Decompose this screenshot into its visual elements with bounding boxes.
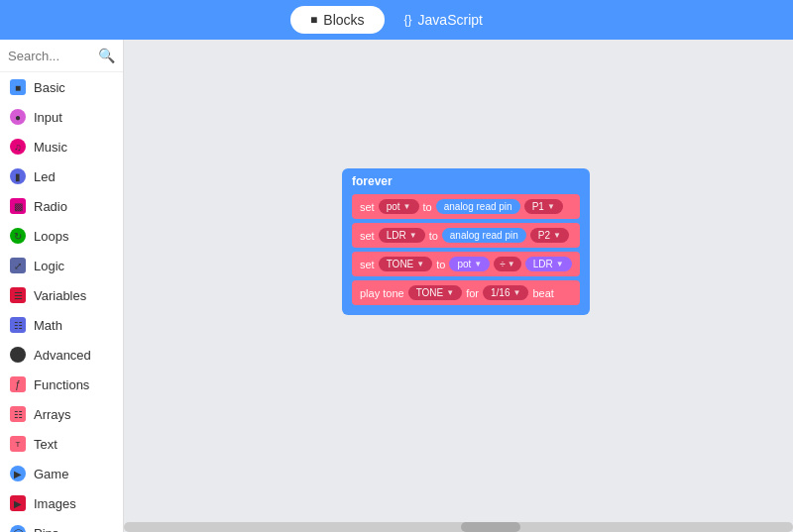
sidebar-label-arrays: Arrays [34,407,71,422]
sidebar: 🔍 ■ Basic ● Input ♫ Music ▮ Led ▩ Radio [0,40,124,532]
row3-operator[interactable]: ÷ ▼ [494,257,520,271]
sidebar-label-variables: Variables [34,288,86,303]
radio-icon: ▩ [10,198,26,214]
basic-icon: ■ [10,79,26,95]
math-icon: ☷ [10,317,26,333]
game-icon: ▶ [10,466,26,481]
sidebar-item-text[interactable]: T Text [0,429,123,459]
sidebar-label-text: Text [34,437,57,452]
row3-to: to [436,259,445,270]
sidebar-label-advanced: Advanced [34,348,91,363]
forever-block: forever set pot ▼ to analog read pin P1 … [342,168,590,315]
music-icon: ♫ [10,139,26,155]
functions-icon: ƒ [10,376,26,392]
canvas-scrollbar[interactable] [124,522,793,532]
search-icon[interactable]: 🔍 [98,48,115,63]
sidebar-label-music: Music [34,140,67,155]
row4-var1[interactable]: TONE ▼ [408,285,463,300]
row3-var1-chevron: ▼ [416,260,424,268]
sidebar-item-loops[interactable]: ↻ Loops [0,221,123,251]
canvas[interactable]: forever set pot ▼ to analog read pin P1 … [124,40,793,532]
row2-pin-chevron: ▼ [553,231,561,240]
row3-op-chevron: ▼ [508,260,515,268]
tab-javascript-button[interactable]: {} JavaScript [385,6,503,34]
sidebar-label-led: Led [34,169,56,184]
row2-action[interactable]: analog read pin [442,228,526,243]
sidebar-label-images: Images [34,496,76,511]
row1-var1-chevron: ▼ [403,202,411,211]
block-row-2: set LDR ▼ to analog read pin P2 ▼ [352,223,580,248]
images-icon: ▶ [10,495,26,511]
js-icon: {} [404,13,412,27]
row3-val2-chevron: ▼ [556,260,564,268]
main-layout: 🔍 ■ Basic ● Input ♫ Music ▮ Led ▩ Radio [0,40,793,532]
sidebar-item-math[interactable]: ☷ Math [0,310,123,340]
header: ■ Blocks {} JavaScript [0,0,793,40]
tab-javascript-label: JavaScript [418,12,483,28]
sidebar-item-variables[interactable]: ☰ Variables [0,280,123,310]
sidebar-item-images[interactable]: ▶ Images [0,488,123,518]
sidebar-item-led[interactable]: ▮ Led [0,161,123,191]
sidebar-label-radio: Radio [34,199,67,214]
row4-play: play tone [360,287,404,299]
row2-var1[interactable]: LDR ▼ [379,228,425,243]
sidebar-item-functions[interactable]: ƒ Functions [0,370,123,399]
row2-var1-chevron: ▼ [409,231,417,240]
sidebar-item-basic[interactable]: ■ Basic [0,72,123,102]
tab-blocks-label: Blocks [323,12,364,28]
row3-var1[interactable]: TONE ▼ [379,257,433,271]
canvas-scrollbar-thumb[interactable] [461,522,520,532]
block-row-3: set TONE ▼ to pot ▼ ÷ ▼ LDR [352,252,580,276]
row3-val1-chevron: ▼ [474,260,482,268]
input-icon: ● [10,109,26,125]
row1-to: to [423,201,432,213]
variables-icon: ☰ [10,287,26,303]
pins-icon: ◯ [10,525,26,532]
sidebar-label-math: Math [34,318,62,333]
row4-duration[interactable]: 1/16 ▼ [483,285,528,300]
tab-blocks-button[interactable]: ■ Blocks [290,6,384,34]
sidebar-label-input: Input [34,110,62,125]
search-input[interactable] [8,49,94,63]
sidebar-list: ■ Basic ● Input ♫ Music ▮ Led ▩ Radio ↻ … [0,72,123,532]
sidebar-item-radio[interactable]: ▩ Radio [0,191,123,221]
forever-label: forever [352,174,580,188]
row3-val2[interactable]: LDR ▼ [525,257,572,271]
sidebar-label-basic: Basic [34,80,65,95]
sidebar-item-input[interactable]: ● Input [0,102,123,132]
block-row-4: play tone TONE ▼ for 1/16 ▼ beat [352,280,580,305]
row4-for: for [466,287,479,299]
row1-action[interactable]: analog read pin [436,199,520,214]
sidebar-item-advanced[interactable]: ▼ Advanced [0,340,123,370]
led-icon: ▮ [10,168,26,184]
sidebar-item-logic[interactable]: ⤢ Logic [0,251,123,280]
blocks-icon: ■ [310,13,317,27]
block-row-1: set pot ▼ to analog read pin P1 ▼ [352,194,580,219]
sidebar-label-functions: Functions [34,377,89,392]
sidebar-item-arrays[interactable]: ☷ Arrays [0,399,123,429]
row4-beat: beat [532,287,553,299]
row3-val1[interactable]: pot ▼ [449,257,490,271]
sidebar-item-pins[interactable]: ◯ Pins [0,518,123,532]
sidebar-item-music[interactable]: ♫ Music [0,132,123,161]
logic-icon: ⤢ [10,258,26,273]
sidebar-item-game[interactable]: ▶ Game [0,459,123,488]
row1-var1[interactable]: pot ▼ [379,199,419,214]
row2-to: to [429,230,438,242]
text-icon: T [10,436,26,452]
block-container: forever set pot ▼ to analog read pin P1 … [342,168,590,315]
row1-pin[interactable]: P1 ▼ [524,199,563,214]
row1-set: set [360,201,375,213]
sidebar-label-pins: Pins [34,526,58,533]
search-bar: 🔍 [0,40,123,72]
advanced-icon: ▼ [10,347,26,363]
sidebar-label-loops: Loops [34,229,68,244]
sidebar-label-game: Game [34,467,68,481]
sidebar-label-logic: Logic [34,259,64,273]
row2-pin[interactable]: P2 ▼ [530,228,569,243]
row4-var1-chevron: ▼ [446,288,454,297]
arrays-icon: ☷ [10,406,26,422]
loops-icon: ↻ [10,228,26,244]
row3-set: set [360,259,375,270]
row2-set: set [360,230,375,242]
